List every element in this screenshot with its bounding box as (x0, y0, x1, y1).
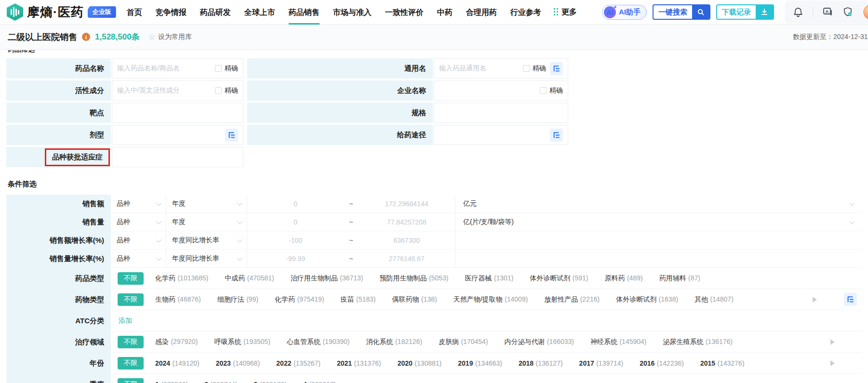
volume-growth-max-input[interactable]: 2776146.67 (359, 255, 455, 263)
filter-option[interactable]: 细胞疗法 (99) (217, 295, 258, 304)
download-history-button[interactable]: 下载记录 (716, 4, 774, 20)
spec-input[interactable] (434, 103, 568, 123)
atc-add-link[interactable]: 添加 (119, 317, 132, 325)
filter-option[interactable]: 1 (370560) (155, 380, 188, 383)
volume-growth-dimension-select[interactable]: 品种 (111, 250, 166, 267)
tree-select-icon[interactable] (844, 293, 857, 306)
substance-type-unlimited-button[interactable]: 不限 (118, 293, 144, 306)
sales-value-dimension-select[interactable]: 品种 (111, 195, 166, 212)
nav-item[interactable]: 药品研发 (200, 0, 231, 25)
value-growth-period-select[interactable]: 年度同比增长率 (166, 231, 247, 249)
therapy-area-unlimited-button[interactable]: 不限 (118, 336, 144, 348)
filter-option[interactable]: 其他 (14807) (694, 295, 734, 304)
sales-volume-max-input[interactable]: 77.84257208 (359, 218, 455, 226)
nav-item[interactable]: 市场与准入 (333, 0, 372, 25)
filter-option[interactable]: 2024 (149120) (155, 359, 200, 368)
filter-option[interactable]: 体外诊断试剂 (1638) (616, 295, 678, 304)
indication-input[interactable] (112, 147, 243, 167)
filter-option[interactable]: 化学药 (1013685) (155, 274, 208, 283)
set-favorite-button[interactable]: ☆ 设为常用库 (148, 33, 192, 41)
filter-option[interactable]: 放射性产品 (2216) (544, 295, 600, 304)
nav-item[interactable]: 行业参考 (510, 0, 541, 25)
logo[interactable]: 摩熵·医药 企业版 (7, 3, 116, 21)
filter-option[interactable]: 生物药 (46876) (155, 295, 201, 304)
filter-option[interactable]: 2023 (140968) (216, 359, 260, 368)
expand-arrow-icon[interactable] (830, 360, 835, 366)
filter-option[interactable]: 治疗用生物制品 (36713) (291, 274, 363, 283)
ai-assistant-button[interactable]: AI✦ AI助手 (602, 5, 647, 20)
tree-select-icon[interactable] (550, 62, 563, 75)
filter-option[interactable]: 2016 (142236) (640, 359, 684, 368)
filter-option[interactable]: 2022 (135267) (276, 359, 320, 368)
route-input[interactable] (434, 125, 568, 145)
sales-value-max-input[interactable]: 172.29684144 (359, 200, 455, 208)
filter-option[interactable]: 疫苗 (5183) (341, 295, 376, 304)
filter-option[interactable]: 皮肤病 (170454) (439, 337, 488, 346)
company-input[interactable]: 精确 (434, 80, 568, 101)
tree-select-icon[interactable] (225, 129, 238, 142)
expand-arrow-icon[interactable] (813, 297, 817, 303)
tree-select-icon[interactable] (550, 129, 563, 142)
filter-option[interactable]: 消化系统 (182126) (366, 337, 423, 346)
filter-option[interactable]: 预防用生物制品 (5053) (380, 274, 449, 283)
quarter-unlimited-button[interactable]: 不限 (118, 378, 144, 383)
quick-search-button[interactable]: 一键搜索 (653, 4, 710, 20)
filter-option[interactable]: 心血管系统 (190390) (287, 337, 350, 346)
volume-growth-period-select[interactable]: 年度同比增长率 (166, 250, 247, 267)
filter-option[interactable]: 天然产物/提取物 (14009) (454, 295, 528, 304)
filter-option[interactable]: 医疗器械 (1301) (465, 274, 513, 283)
volume-growth-min-input[interactable]: -99.99 (247, 255, 344, 263)
expand-arrow-icon[interactable] (830, 339, 835, 345)
filter-option[interactable]: 2020 (130881) (398, 359, 442, 368)
nav-item[interactable]: 药品销售 (289, 0, 320, 25)
bell-icon[interactable] (792, 6, 804, 18)
drug-type-unlimited-button[interactable]: 不限 (118, 272, 144, 285)
filter-option[interactable]: 2018 (136127) (519, 359, 563, 368)
value-growth-dimension-select[interactable]: 品种 (111, 231, 166, 249)
year-unlimited-button[interactable]: 不限 (118, 357, 144, 370)
filter-option[interactable]: 体外诊断试剂 (591) (530, 274, 588, 283)
sales-value-unit-select[interactable]: 亿元 (455, 199, 862, 208)
generic-name-exact-checkbox[interactable]: 精确 (523, 64, 546, 73)
feedback-icon[interactable]: A (822, 6, 833, 18)
filter-option[interactable]: 感染 (297920) (155, 337, 198, 346)
filter-option[interactable]: 2021 (131376) (337, 359, 381, 368)
filter-option[interactable]: 原料药 (489) (604, 274, 642, 283)
value-growth-min-input[interactable]: -100 (247, 237, 344, 244)
drug-name-exact-checkbox[interactable]: 精确 (215, 64, 238, 73)
target-input[interactable] (112, 103, 243, 123)
nav-more[interactable]: 更多 (554, 7, 577, 17)
company-exact-checkbox[interactable]: 精确 (540, 86, 563, 95)
nav-item[interactable]: 合理用药 (466, 0, 497, 25)
value-growth-max-input[interactable]: 6367300 (359, 237, 455, 244)
filter-option[interactable]: 神经系统 (145904) (590, 337, 647, 346)
filter-option[interactable]: 3 (383170) (254, 380, 287, 383)
nav-item[interactable]: 首页 (127, 0, 142, 25)
filter-option[interactable]: 内分泌与代谢 (166033) (505, 337, 574, 346)
filter-option[interactable]: 中成药 (470581) (225, 274, 274, 283)
filter-option[interactable]: 呼吸系统 (193505) (214, 337, 271, 346)
sales-value-min-input[interactable]: 0 (247, 200, 344, 208)
filter-option[interactable]: 泌尿生殖系统 (136176) (663, 337, 733, 346)
info-icon[interactable]: i (82, 33, 90, 41)
filter-option[interactable]: 化学药 (975419) (275, 295, 324, 304)
drug-name-input[interactable]: 输入药品名称/商品名 精确 (112, 58, 243, 79)
nav-item[interactable]: 中药 (437, 0, 453, 25)
nav-item[interactable]: 一致性评价 (385, 0, 424, 25)
filter-option[interactable]: 2 (380744) (204, 380, 237, 383)
generic-name-input[interactable]: 输入药品通用名 精确 (434, 58, 568, 79)
filter-option[interactable]: 2019 (134663) (458, 359, 502, 368)
sales-volume-dimension-select[interactable]: 品种 (111, 213, 166, 231)
filter-option[interactable]: 2015 (143276) (700, 359, 745, 368)
filter-option[interactable]: 2017 (139714) (579, 359, 624, 368)
user-avatar[interactable] (862, 3, 868, 21)
sales-volume-unit-select[interactable]: 亿(片/支/颗/袋等) (455, 218, 862, 226)
nav-item[interactable]: 全球上市 (244, 0, 275, 25)
sales-volume-min-input[interactable]: 0 (247, 218, 344, 226)
security-shield-icon[interactable] (842, 6, 854, 18)
active-ingredient-input[interactable]: 输入中/英文活性成分 精确 (112, 80, 243, 101)
filter-option[interactable]: 4 (385017) (303, 380, 336, 383)
nav-item[interactable]: 竞争情报 (156, 0, 187, 25)
active-ingredient-exact-checkbox[interactable]: 精确 (215, 86, 238, 95)
sales-volume-period-select[interactable]: 年度 (166, 213, 247, 231)
